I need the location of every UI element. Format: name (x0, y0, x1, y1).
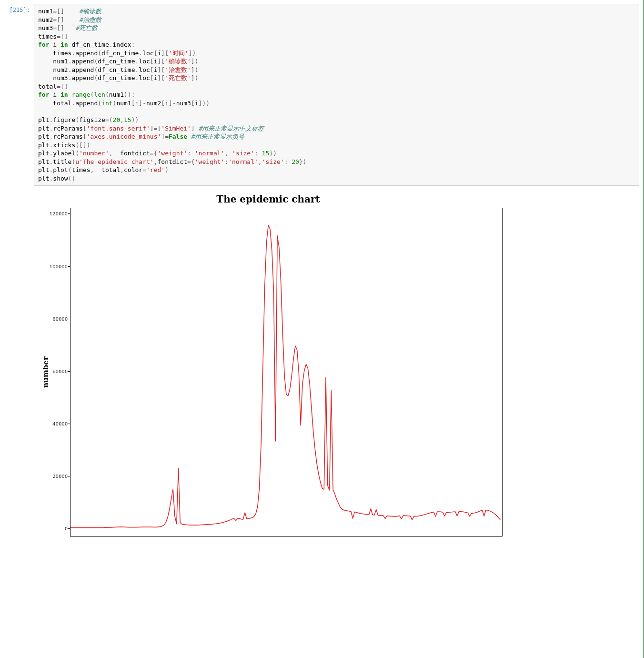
output-prompt-spacer (4, 191, 30, 551)
output-area: The epidemic chart number 02000040000600… (30, 191, 639, 551)
ytick-label: 120000 (50, 211, 70, 216)
plot-svg (70, 208, 502, 536)
ytick-mark (68, 424, 70, 424)
ytick-mark (68, 371, 70, 372)
plot-frame: 020000400006000080000100000120000 (70, 208, 503, 537)
code-input-area[interactable]: num1=[] #确诊数 num2=[] #治愈数 num3=[] #死亡数 t… (34, 4, 639, 186)
code-text[interactable]: num1=[] #确诊数 num2=[] #治愈数 num3=[] #死亡数 t… (38, 7, 635, 182)
ytick-mark (68, 476, 70, 476)
code-cell: [215]: num1=[] #确诊数 num2=[] #治愈数 num3=[]… (4, 4, 639, 186)
ytick-label: 100000 (50, 263, 70, 269)
ytick-mark (68, 266, 70, 267)
ytick-mark (68, 528, 70, 529)
chart-ylabel: number (41, 357, 50, 388)
chart-series-line (70, 225, 500, 528)
ytick-mark (68, 319, 70, 319)
chart-title: The epidemic chart (30, 193, 506, 205)
ytick-mark (68, 213, 70, 214)
output-cell: The epidemic chart number 02000040000600… (4, 191, 639, 551)
chart-figure: The epidemic chart number 02000040000600… (30, 193, 506, 551)
input-prompt: [215]: (4, 4, 34, 13)
